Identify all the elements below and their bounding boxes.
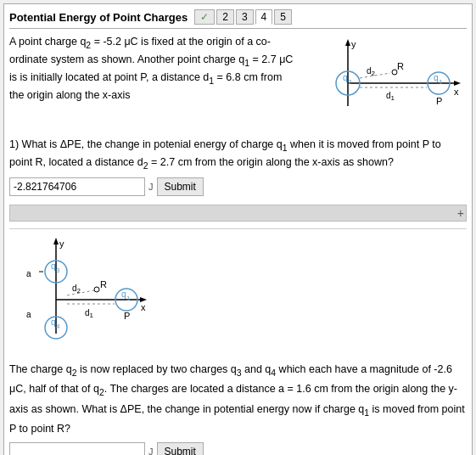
svg-text:a: a xyxy=(26,269,31,278)
problem2-text: The charge q2 is now replaced by two cha… xyxy=(9,361,467,437)
answer1-input[interactable] xyxy=(9,177,145,196)
diagram1: y x q 2 R d2 q 1 P xyxy=(305,34,467,130)
svg-text:q: q xyxy=(51,317,56,327)
tab-5[interactable]: 5 xyxy=(274,9,292,25)
svg-text:d1: d1 xyxy=(386,91,395,102)
submit2-button[interactable]: Submit xyxy=(157,442,204,455)
svg-text:q: q xyxy=(51,261,56,271)
unit2-label: J xyxy=(148,447,154,455)
svg-text:d2: d2 xyxy=(367,66,376,77)
svg-text:3: 3 xyxy=(56,267,60,274)
page-title: Potential Energy of Point Charges xyxy=(9,11,188,24)
diagram2: y x q 3 a q 4 a xyxy=(9,236,154,357)
svg-text:y: y xyxy=(351,39,356,49)
svg-text:P: P xyxy=(124,311,130,321)
svg-text:1: 1 xyxy=(126,295,131,302)
problem1-content: A point charge q2 = -5.2 μC is fixed at … xyxy=(9,34,467,130)
svg-text:x: x xyxy=(141,302,146,312)
diagram1-svg: y x q 2 R d2 q 1 P xyxy=(305,34,462,127)
svg-text:d2: d2 xyxy=(72,284,81,295)
problem1-text: A point charge q2 = -5.2 μC is fixed at … xyxy=(9,34,299,130)
svg-text:q: q xyxy=(343,73,348,82)
svg-text:a: a xyxy=(26,310,31,319)
svg-text:P: P xyxy=(436,96,442,106)
unit1-label: J xyxy=(148,182,154,192)
svg-marker-20 xyxy=(53,238,59,244)
svg-text:R: R xyxy=(100,279,107,289)
section-divider xyxy=(9,228,467,229)
tab-bar: ✓ 2 3 4 5 xyxy=(194,9,292,25)
title-bar: Potential Energy of Point Charges ✓ 2 3 … xyxy=(9,9,467,29)
tab-check[interactable]: ✓ xyxy=(194,9,215,25)
svg-text:2: 2 xyxy=(348,78,352,86)
tab-4[interactable]: 4 xyxy=(255,9,273,25)
svg-text:1: 1 xyxy=(439,78,443,86)
diagram2-svg: y x q 3 a q 4 a xyxy=(9,236,149,355)
svg-text:x: x xyxy=(454,87,459,97)
main-panel: Potential Energy of Point Charges ✓ 2 3 … xyxy=(3,3,473,455)
svg-text:4: 4 xyxy=(56,323,60,330)
problem2-section: y x q 3 a q 4 a xyxy=(9,236,467,455)
tab-2[interactable]: 2 xyxy=(216,9,234,25)
feedback1-plus[interactable]: + xyxy=(457,206,464,220)
answer1-row: J Submit xyxy=(9,177,467,196)
submit1-button[interactable]: Submit xyxy=(157,177,204,196)
svg-text:d1: d1 xyxy=(85,308,94,319)
feedback1-bar: + xyxy=(9,205,467,222)
svg-text:R: R xyxy=(397,61,404,71)
question1-section: 1) What is ΔPE, the change in potenial e… xyxy=(9,137,467,196)
svg-text:y: y xyxy=(59,239,64,249)
question1-text: 1) What is ΔPE, the change in potenial e… xyxy=(9,137,467,172)
svg-marker-1 xyxy=(345,39,350,46)
tab-3[interactable]: 3 xyxy=(236,9,254,25)
svg-text:q: q xyxy=(434,73,439,82)
svg-marker-4 xyxy=(454,81,461,86)
svg-point-34 xyxy=(94,287,99,292)
answer2-input[interactable] xyxy=(9,442,145,455)
answer2-row: J Submit xyxy=(9,442,467,455)
svg-text:q: q xyxy=(121,289,126,299)
problem2-layout: y x q 3 a q 4 a xyxy=(9,236,467,357)
